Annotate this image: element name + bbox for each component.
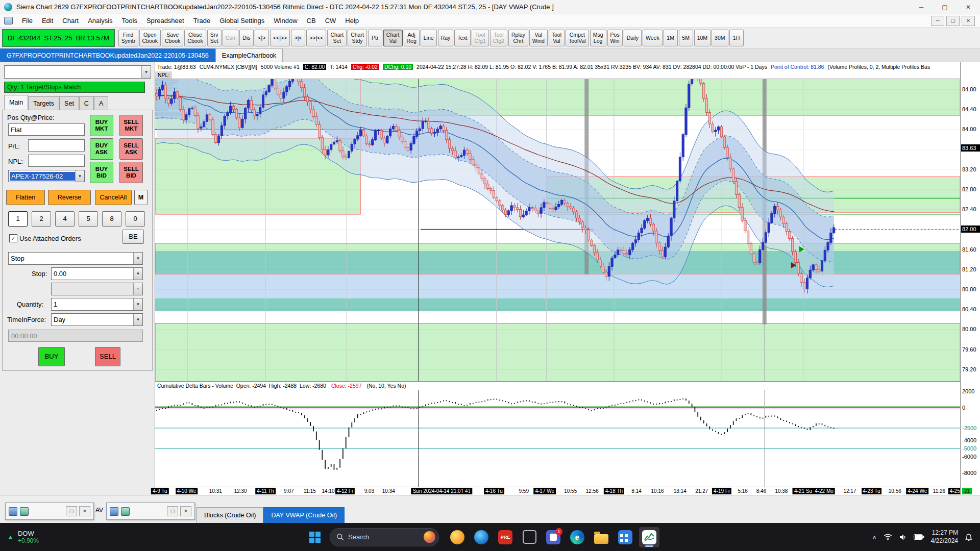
- toolbar-button-rplay-chrt[interactable]: Rplay Chrt: [508, 30, 528, 46]
- toolbar-button-msg-log[interactable]: Msg Log: [590, 30, 606, 46]
- menu-item-window[interactable]: Window: [269, 14, 302, 27]
- toolbar-button-daily[interactable]: Daily: [624, 30, 642, 46]
- chevron-down-icon[interactable]: ▼: [133, 253, 142, 264]
- buy-button[interactable]: BUY: [38, 347, 65, 366]
- chevron-down-icon[interactable]: ▼: [75, 170, 84, 182]
- toolbar-button-open-cbook[interactable]: Open Cbook: [139, 30, 161, 46]
- account-combo[interactable]: APEX-177526-02 ▼: [8, 170, 85, 182]
- mini-maximize-icon[interactable]: ▢: [66, 506, 77, 516]
- chartbook-tab-examplechartbook[interactable]: ExampleChartbook: [215, 48, 283, 62]
- toolbar-button-cmpct-toolval[interactable]: Cmpct ToolVal: [566, 30, 589, 46]
- sell-button-sell-ask[interactable]: SELL ASK: [119, 138, 143, 160]
- notifications-icon[interactable]: [965, 533, 973, 541]
- action-button-flatten[interactable]: Flatten: [6, 190, 45, 205]
- globe-icon[interactable]: [471, 527, 492, 547]
- action-button-m[interactable]: M: [134, 190, 148, 205]
- buy-button-buy-mkt[interactable]: BUY MKT: [90, 115, 113, 136]
- sell-button-sell-mkt[interactable]: SELL MKT: [119, 115, 143, 136]
- toolbar-button-con[interactable]: Con: [223, 30, 238, 46]
- trade-tab-targets[interactable]: Targets: [28, 96, 59, 110]
- search-highlights-icon[interactable]: [424, 531, 435, 543]
- child-close-icon[interactable]: ✕: [962, 16, 975, 26]
- qty-button-1[interactable]: 1: [8, 211, 28, 227]
- chat-icon[interactable]: 1: [543, 527, 564, 547]
- edge-icon[interactable]: e: [567, 527, 587, 547]
- toolbar-button-find-symb[interactable]: Find Symb: [118, 30, 138, 46]
- menu-item-tools[interactable]: Tools: [117, 14, 142, 27]
- folder-icon[interactable]: [591, 527, 611, 547]
- menu-item-file[interactable]: File: [17, 14, 37, 27]
- toolbar-button-tool-cfg2[interactable]: Tool Cfg2: [490, 30, 507, 46]
- toolbar-button-item[interactable]: <<|>>: [270, 30, 290, 46]
- toolbar-button-5m[interactable]: 5M: [679, 30, 693, 46]
- toolbar-button-1m[interactable]: 1M: [664, 30, 678, 46]
- qty-button-0[interactable]: 0: [126, 211, 145, 227]
- wifi-icon[interactable]: [884, 534, 892, 540]
- pos-qty-input[interactable]: [8, 123, 85, 136]
- menu-item-chart[interactable]: Chart: [58, 14, 83, 27]
- price-chart[interactable]: [155, 79, 960, 381]
- mini-maximize-icon[interactable]: ▢: [167, 506, 178, 516]
- menu-item-cb[interactable]: CB: [302, 14, 321, 27]
- order-type-combo[interactable]: Stop ▼: [8, 252, 143, 265]
- toolbar-button-close-cbook[interactable]: Close Cbook: [184, 30, 206, 46]
- menu-item-spreadsheet[interactable]: Spreadsheet: [142, 14, 189, 27]
- speaker-icon[interactable]: [899, 534, 907, 541]
- stop-price-combo[interactable]: 0.00 ▼: [51, 267, 143, 280]
- toolbar-button-tool-val[interactable]: Tool Val: [549, 30, 565, 46]
- toolbar-button-save-cbook[interactable]: Save Cbook: [162, 30, 183, 46]
- mini-window-1[interactable]: ▢ ✕: [5, 503, 94, 520]
- trade-tab-set[interactable]: Set: [59, 96, 79, 110]
- toolbar-button-line[interactable]: Line: [421, 30, 437, 46]
- toolbar-button-dis[interactable]: Dis: [239, 30, 254, 46]
- delta-chart[interactable]: [155, 390, 960, 487]
- toolbar-button-item[interactable]: <|>: [255, 30, 269, 46]
- qty-button-2[interactable]: 2: [32, 211, 51, 227]
- toolbar-button-item[interactable]: >|<: [291, 30, 305, 46]
- toolbar-button-chart-stdy[interactable]: Chart Stdy: [348, 30, 367, 46]
- toolbar-button-val-wind[interactable]: Val Wind: [529, 30, 548, 46]
- time-axis[interactable]: 4-9 Tu4-10 We10:3112:304-11 Th9:0711:151…: [155, 487, 960, 495]
- quantity-combo[interactable]: 1 ▼: [51, 298, 143, 311]
- window-tab-day-vwap-crude-oil[interactable]: DAY VWAP (Crude Oil): [263, 507, 345, 523]
- menu-item-cw[interactable]: CW: [321, 14, 341, 27]
- menu-item-trade[interactable]: Trade: [189, 14, 215, 27]
- start-button[interactable]: [304, 527, 326, 548]
- toolbar-button-ray[interactable]: Ray: [438, 30, 454, 46]
- chevron-down-icon[interactable]: ▼: [133, 298, 142, 310]
- pl-input[interactable]: [28, 139, 85, 152]
- menu-item-edit[interactable]: Edit: [37, 14, 58, 27]
- trade-tab-a[interactable]: A: [94, 96, 108, 110]
- be-button[interactable]: BE: [122, 230, 144, 244]
- toolbar-button-tool-cfg1[interactable]: Tool Cfg1: [472, 30, 489, 46]
- window-tab-blocks-crude-oil[interactable]: Blocks (Crude Oil): [197, 507, 263, 523]
- window-icon[interactable]: [519, 527, 540, 547]
- pre-icon[interactable]: PRE: [495, 527, 516, 547]
- maximize-icon[interactable]: ▢: [933, 0, 957, 14]
- symbol-combo[interactable]: ▼: [4, 65, 151, 79]
- sell-button-sell-bid[interactable]: SELL BID: [119, 162, 143, 183]
- menu-item-help[interactable]: Help: [340, 14, 363, 27]
- mini-close-icon[interactable]: ✕: [180, 506, 191, 516]
- mini-close-icon[interactable]: ✕: [79, 506, 90, 516]
- trade-tab-c[interactable]: C: [79, 96, 94, 110]
- taskbar-clock[interactable]: 12:27 PM 4/22/2024: [931, 529, 958, 545]
- minimize-icon[interactable]: ─: [910, 0, 933, 14]
- search-input[interactable]: Search: [330, 528, 439, 546]
- weather-icon[interactable]: [447, 527, 468, 547]
- buy-button-buy-ask[interactable]: BUY ASK: [90, 138, 113, 160]
- child-restore-icon[interactable]: ▢: [946, 16, 960, 26]
- toolbar-button-ptr[interactable]: Ptr: [368, 30, 382, 46]
- battery-icon[interactable]: [914, 534, 924, 540]
- toolbar-button-text[interactable]: Text: [454, 30, 470, 46]
- mini-window-2[interactable]: ▢ ✕: [106, 503, 195, 520]
- toolbar-button-week[interactable]: Week: [643, 30, 663, 46]
- child-minimize-icon[interactable]: ─: [931, 16, 944, 26]
- chevron-down-icon[interactable]: ▼: [133, 314, 142, 325]
- sierra-icon[interactable]: [639, 527, 659, 547]
- attached-orders-checkbox[interactable]: ✓: [9, 234, 17, 242]
- stocks-widget[interactable]: ▲ DOW +0.90%: [0, 523, 46, 551]
- chartbook-tab-g7fxprofootprintchartboo[interactable]: G7FXPROFOOTPRINTCHARTBOOKupdatedJan2022-…: [0, 48, 215, 62]
- trade-tab-main[interactable]: Main: [4, 95, 28, 110]
- action-button-cancelall[interactable]: CancelAll: [95, 190, 132, 205]
